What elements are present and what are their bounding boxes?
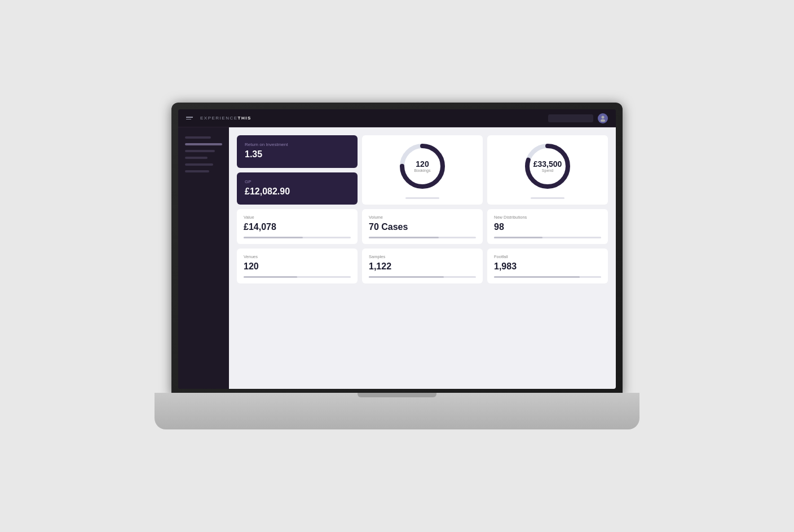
sidebar-item-3[interactable]: [185, 150, 215, 152]
header-right: [548, 113, 608, 123]
samples-label: Samples: [369, 254, 476, 259]
sidebar: [178, 127, 229, 389]
volume-value: 70 Cases: [369, 221, 476, 232]
value-value: £14,078: [244, 221, 351, 232]
venues-label: Venues: [244, 254, 351, 259]
dashboard-grid: Return on Investment 1.35 GP £12,082.90: [237, 135, 608, 283]
distributions-stat-card: New Distributions 98: [487, 209, 608, 244]
samples-stat-card: Samples 1,122: [362, 249, 483, 283]
distributions-label: New Distributions: [494, 215, 601, 220]
distributions-value: 98: [494, 221, 601, 232]
volume-stat-card: Volume 70 Cases: [362, 209, 483, 244]
footfall-label: Footfall: [494, 254, 601, 259]
gp-card: GP £12,082.90: [237, 172, 358, 205]
laptop-base: [155, 393, 639, 429]
brand-name: EXPERIENCETHIS: [200, 116, 252, 121]
venues-bar: [244, 276, 351, 278]
value-bar-fill: [244, 237, 303, 238]
spend-label: Spend: [533, 169, 562, 172]
spend-bar: [531, 197, 564, 199]
samples-value: 1,122: [369, 261, 476, 272]
venues-value: 120: [244, 261, 351, 272]
laptop-container: EXPERIENCETHIS: [155, 103, 639, 429]
sidebar-item-6[interactable]: [185, 170, 209, 172]
value-stat-card: Value £14,078: [237, 209, 358, 244]
distributions-bar: [494, 237, 601, 238]
spend-value: £33,500: [533, 160, 562, 169]
sidebar-item-5[interactable]: [185, 163, 213, 166]
roi-label: Return on Investment: [245, 142, 350, 147]
app-body: Return on Investment 1.35 GP £12,082.90: [178, 127, 616, 389]
value-label: Value: [244, 215, 351, 220]
footfall-stat-card: Footfall 1,983: [487, 249, 608, 283]
distributions-bar-fill: [494, 237, 542, 238]
volume-bar: [369, 237, 476, 238]
footfall-value: 1,983: [494, 261, 601, 272]
samples-bar-fill: [369, 276, 444, 278]
header-left: EXPERIENCETHIS: [186, 116, 252, 121]
spend-card: £33,500 Spend: [487, 135, 608, 205]
sidebar-item-4[interactable]: [185, 157, 208, 159]
gp-label: GP: [245, 179, 350, 184]
header-search[interactable]: [548, 114, 593, 122]
bookings-center: 120 Bookings: [414, 160, 431, 172]
svg-point-0: [602, 116, 605, 118]
roi-card: Return on Investment 1.35: [237, 135, 358, 168]
svg-point-1: [601, 119, 605, 122]
app-header: EXPERIENCETHIS: [178, 109, 616, 127]
screen-bezel: EXPERIENCETHIS: [171, 103, 623, 396]
laptop-screen: EXPERIENCETHIS: [178, 109, 616, 389]
avatar: [598, 113, 608, 123]
footfall-bar: [494, 276, 601, 278]
bookings-label: Bookings: [414, 169, 431, 172]
gp-value: £12,082.90: [245, 187, 350, 197]
volume-bar-fill: [369, 237, 439, 238]
bookings-bar: [405, 197, 439, 199]
sidebar-item-2[interactable]: [185, 143, 222, 145]
roi-value: 1.35: [245, 149, 350, 159]
bookings-value: 120: [414, 160, 431, 169]
sidebar-item-1[interactable]: [185, 136, 211, 139]
spend-donut: £33,500 Spend: [522, 141, 573, 192]
bookings-card: 120 Bookings: [362, 135, 483, 205]
logo-icon: [186, 117, 193, 119]
spend-center: £33,500 Spend: [533, 160, 562, 172]
volume-label: Volume: [369, 215, 476, 220]
venues-bar-fill: [244, 276, 297, 278]
samples-bar: [369, 276, 476, 278]
bookings-donut: 120 Bookings: [397, 141, 448, 192]
venues-stat-card: Venues 120: [237, 249, 358, 283]
main-content: Return on Investment 1.35 GP £12,082.90: [229, 127, 616, 389]
value-bar: [244, 237, 351, 238]
footfall-bar-fill: [494, 276, 580, 278]
